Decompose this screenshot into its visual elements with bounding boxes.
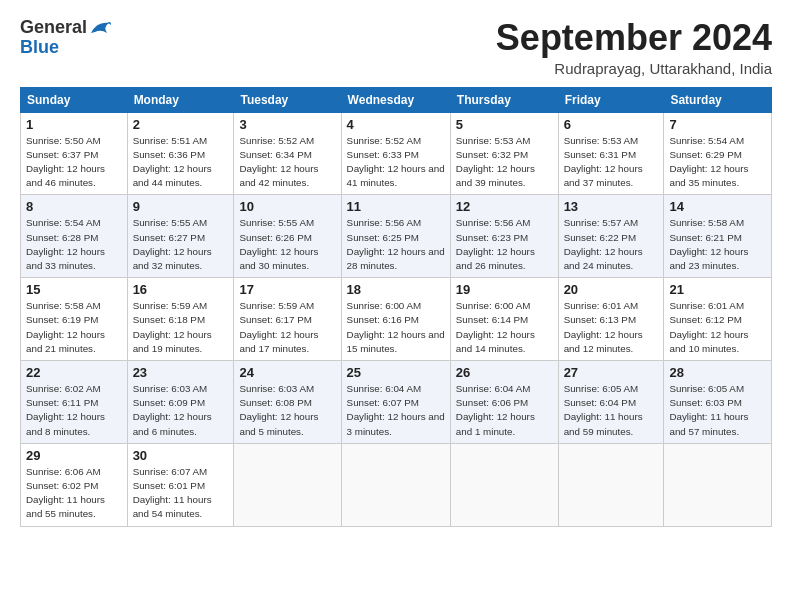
logo-general: General — [20, 18, 111, 38]
table-row: 9 Sunrise: 5:55 AMSunset: 6:27 PMDayligh… — [127, 195, 234, 278]
col-tuesday: Tuesday — [234, 87, 341, 112]
table-row: 17 Sunrise: 5:59 AMSunset: 6:17 PMDaylig… — [234, 278, 341, 361]
calendar-week-row: 15 Sunrise: 5:58 AMSunset: 6:19 PMDaylig… — [21, 278, 772, 361]
empty-cell — [558, 443, 664, 526]
empty-cell — [341, 443, 450, 526]
table-row: 24 Sunrise: 6:03 AMSunset: 6:08 PMDaylig… — [234, 361, 341, 444]
logo-blue: Blue — [20, 38, 111, 58]
table-row: 23 Sunrise: 6:03 AMSunset: 6:09 PMDaylig… — [127, 361, 234, 444]
col-saturday: Saturday — [664, 87, 772, 112]
col-sunday: Sunday — [21, 87, 128, 112]
table-row: 4 Sunrise: 5:52 AMSunset: 6:33 PMDayligh… — [341, 112, 450, 195]
table-row: 2 Sunrise: 5:51 AMSunset: 6:36 PMDayligh… — [127, 112, 234, 195]
col-friday: Friday — [558, 87, 664, 112]
table-row: 7 Sunrise: 5:54 AMSunset: 6:29 PMDayligh… — [664, 112, 772, 195]
page: General Blue September 2024 Rudraprayag,… — [0, 0, 792, 612]
table-row: 22 Sunrise: 6:02 AMSunset: 6:11 PMDaylig… — [21, 361, 128, 444]
calendar-week-row: 29 Sunrise: 6:06 AMSunset: 6:02 PMDaylig… — [21, 443, 772, 526]
table-row: 13 Sunrise: 5:57 AMSunset: 6:22 PMDaylig… — [558, 195, 664, 278]
table-row: 16 Sunrise: 5:59 AMSunset: 6:18 PMDaylig… — [127, 278, 234, 361]
bird-icon — [89, 19, 111, 37]
col-monday: Monday — [127, 87, 234, 112]
col-thursday: Thursday — [450, 87, 558, 112]
calendar-header-row: Sunday Monday Tuesday Wednesday Thursday… — [21, 87, 772, 112]
table-row: 20 Sunrise: 6:01 AMSunset: 6:13 PMDaylig… — [558, 278, 664, 361]
table-row: 1 Sunrise: 5:50 AMSunset: 6:37 PMDayligh… — [21, 112, 128, 195]
title-block: September 2024 Rudraprayag, Uttarakhand,… — [496, 18, 772, 77]
header: General Blue September 2024 Rudraprayag,… — [20, 18, 772, 77]
month-title: September 2024 — [496, 18, 772, 58]
calendar-week-row: 8 Sunrise: 5:54 AMSunset: 6:28 PMDayligh… — [21, 195, 772, 278]
table-row: 10 Sunrise: 5:55 AMSunset: 6:26 PMDaylig… — [234, 195, 341, 278]
table-row: 12 Sunrise: 5:56 AMSunset: 6:23 PMDaylig… — [450, 195, 558, 278]
table-row: 18 Sunrise: 6:00 AMSunset: 6:16 PMDaylig… — [341, 278, 450, 361]
table-row: 8 Sunrise: 5:54 AMSunset: 6:28 PMDayligh… — [21, 195, 128, 278]
table-row: 5 Sunrise: 5:53 AMSunset: 6:32 PMDayligh… — [450, 112, 558, 195]
table-row: 6 Sunrise: 5:53 AMSunset: 6:31 PMDayligh… — [558, 112, 664, 195]
table-row: 11 Sunrise: 5:56 AMSunset: 6:25 PMDaylig… — [341, 195, 450, 278]
table-row: 27 Sunrise: 6:05 AMSunset: 6:04 PMDaylig… — [558, 361, 664, 444]
table-row: 19 Sunrise: 6:00 AMSunset: 6:14 PMDaylig… — [450, 278, 558, 361]
table-row: 25 Sunrise: 6:04 AMSunset: 6:07 PMDaylig… — [341, 361, 450, 444]
calendar-table: Sunday Monday Tuesday Wednesday Thursday… — [20, 87, 772, 527]
table-row: 28 Sunrise: 6:05 AMSunset: 6:03 PMDaylig… — [664, 361, 772, 444]
table-row: 15 Sunrise: 5:58 AMSunset: 6:19 PMDaylig… — [21, 278, 128, 361]
calendar-week-row: 1 Sunrise: 5:50 AMSunset: 6:37 PMDayligh… — [21, 112, 772, 195]
table-row: 26 Sunrise: 6:04 AMSunset: 6:06 PMDaylig… — [450, 361, 558, 444]
table-row: 14 Sunrise: 5:58 AMSunset: 6:21 PMDaylig… — [664, 195, 772, 278]
location: Rudraprayag, Uttarakhand, India — [496, 60, 772, 77]
logo: General Blue — [20, 18, 111, 58]
empty-cell — [234, 443, 341, 526]
calendar-week-row: 22 Sunrise: 6:02 AMSunset: 6:11 PMDaylig… — [21, 361, 772, 444]
table-row: 29 Sunrise: 6:06 AMSunset: 6:02 PMDaylig… — [21, 443, 128, 526]
table-row: 3 Sunrise: 5:52 AMSunset: 6:34 PMDayligh… — [234, 112, 341, 195]
empty-cell — [664, 443, 772, 526]
empty-cell — [450, 443, 558, 526]
col-wednesday: Wednesday — [341, 87, 450, 112]
table-row: 21 Sunrise: 6:01 AMSunset: 6:12 PMDaylig… — [664, 278, 772, 361]
table-row: 30 Sunrise: 6:07 AMSunset: 6:01 PMDaylig… — [127, 443, 234, 526]
